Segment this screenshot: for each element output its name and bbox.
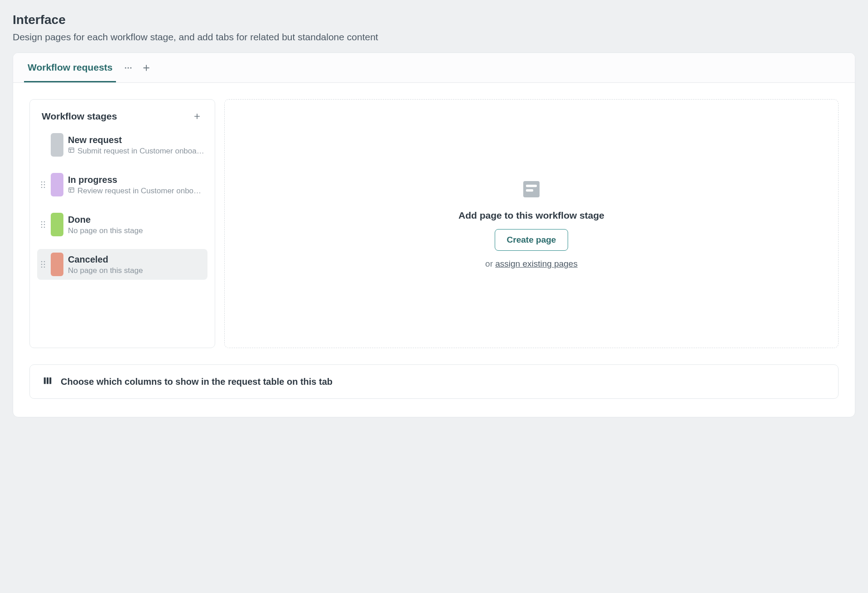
stage-item[interactable]: CanceledNo page on this stage xyxy=(37,249,207,280)
stage-color-chip xyxy=(51,253,63,276)
stage-color-chip xyxy=(51,173,63,196)
svg-point-1 xyxy=(128,67,129,68)
svg-rect-41 xyxy=(47,378,48,384)
workflow-stages-panel: Workflow stages New requestSubmit reques… xyxy=(29,99,215,348)
interface-section: Interface Design pages for each workflow… xyxy=(13,13,855,417)
stage-subtext: Review request in Customer onboar… xyxy=(68,187,205,196)
stage-name: Done xyxy=(68,214,205,225)
more-horizontal-icon xyxy=(124,63,133,72)
stage-name: Canceled xyxy=(68,253,205,265)
svg-point-25 xyxy=(41,221,43,223)
svg-point-18 xyxy=(41,184,43,186)
svg-point-28 xyxy=(44,224,45,225)
assign-prefix: or xyxy=(485,259,495,268)
assign-existing-pages-link[interactable]: assign existing pages xyxy=(495,259,578,268)
plus-icon xyxy=(193,112,201,120)
svg-point-30 xyxy=(44,227,45,228)
drag-handle-icon[interactable] xyxy=(40,260,46,269)
content-area: Workflow stages New requestSubmit reques… xyxy=(13,83,855,364)
interface-card: Workflow requests Workflow stages xyxy=(13,53,855,417)
add-stage-button[interactable] xyxy=(191,110,203,122)
svg-rect-38 xyxy=(526,185,537,187)
detail-title: Add page to this workflow stage xyxy=(458,210,604,221)
tab-bar: Workflow requests xyxy=(13,53,855,83)
svg-rect-39 xyxy=(526,189,533,191)
svg-point-29 xyxy=(41,227,43,228)
stage-color-chip xyxy=(51,133,63,157)
svg-point-31 xyxy=(41,261,43,263)
svg-point-34 xyxy=(44,264,45,265)
stages-title: Workflow stages xyxy=(42,111,117,122)
columns-config-button[interactable]: Choose which columns to show in the requ… xyxy=(29,364,839,399)
stage-sub-label: No page on this stage xyxy=(68,226,143,235)
stage-sub-label: Submit request in Customer onboar… xyxy=(77,147,205,156)
columns-config-text: Choose which columns to show in the requ… xyxy=(61,377,333,387)
add-tab-button[interactable] xyxy=(140,62,152,74)
plus-icon xyxy=(142,63,151,72)
stage-item[interactable]: In progressReview request in Customer on… xyxy=(37,169,207,200)
form-icon xyxy=(68,147,75,156)
drag-handle-icon[interactable] xyxy=(40,220,46,229)
drag-handle-icon[interactable] xyxy=(40,180,46,189)
stage-item[interactable]: New requestSubmit request in Customer on… xyxy=(37,129,207,160)
stage-name: In progress xyxy=(68,174,205,186)
stage-text: DoneNo page on this stage xyxy=(68,214,205,235)
stage-text: New requestSubmit request in Customer on… xyxy=(68,134,205,156)
stage-sub-label: No page on this stage xyxy=(68,266,143,275)
page-icon xyxy=(521,178,542,202)
stage-text: CanceledNo page on this stage xyxy=(68,253,205,275)
svg-rect-13 xyxy=(69,148,74,153)
page-subtitle: Design pages for each workflow stage, an… xyxy=(13,32,855,43)
stage-detail-panel: Add page to this workflow stage Create p… xyxy=(224,99,839,348)
stage-item[interactable]: DoneNo page on this stage xyxy=(37,209,207,240)
svg-point-20 xyxy=(41,187,43,188)
svg-rect-42 xyxy=(49,378,51,384)
stage-name: New request xyxy=(68,134,205,146)
svg-point-33 xyxy=(41,264,43,265)
svg-rect-22 xyxy=(69,188,74,192)
svg-point-27 xyxy=(41,224,43,225)
svg-rect-40 xyxy=(44,378,46,384)
svg-point-26 xyxy=(44,221,45,223)
stages-list: New requestSubmit request in Customer on… xyxy=(37,129,207,280)
svg-point-0 xyxy=(125,67,126,68)
page-title: Interface xyxy=(13,13,855,27)
form-icon xyxy=(68,187,75,196)
stage-text: In progressReview request in Customer on… xyxy=(68,174,205,196)
tab-workflow-requests[interactable]: Workflow requests xyxy=(24,53,116,82)
stage-color-chip xyxy=(51,213,63,236)
stage-subtext: Submit request in Customer onboar… xyxy=(68,147,205,156)
assign-existing-row: or assign existing pages xyxy=(485,259,578,269)
svg-point-21 xyxy=(44,187,45,188)
svg-point-16 xyxy=(41,182,43,183)
tab-more-button[interactable] xyxy=(122,62,134,74)
columns-icon xyxy=(43,376,53,387)
svg-point-35 xyxy=(41,267,43,268)
stage-subtext: No page on this stage xyxy=(68,266,205,275)
svg-point-2 xyxy=(130,67,132,68)
stage-subtext: No page on this stage xyxy=(68,226,205,235)
create-page-button[interactable]: Create page xyxy=(495,229,569,251)
svg-point-36 xyxy=(44,267,45,268)
stages-header: Workflow stages xyxy=(37,110,207,129)
svg-point-19 xyxy=(44,184,45,186)
stage-sub-label: Review request in Customer onboar… xyxy=(77,187,205,196)
svg-point-17 xyxy=(44,182,45,183)
svg-point-32 xyxy=(44,261,45,263)
